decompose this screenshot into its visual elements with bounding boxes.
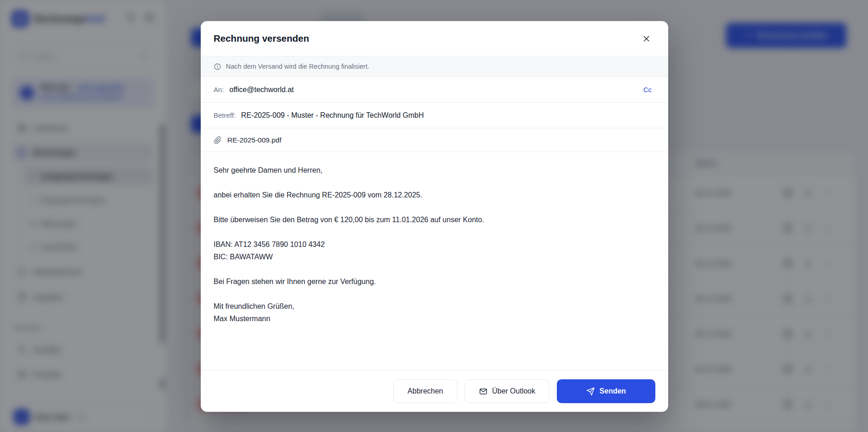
close-icon[interactable] bbox=[638, 30, 654, 47]
body-questions-line: Bei Fragen stehen wir Ihnen gerne zur Ve… bbox=[214, 275, 650, 288]
attachment-name[interactable]: RE-2025-009.pdf bbox=[227, 136, 281, 144]
subject-row[interactable]: Betreff: RE-2025-009 - Muster - Rechnung… bbox=[201, 103, 668, 128]
body-closing: Mit freundlichen Grüßen, bbox=[214, 300, 650, 312]
send-invoice-modal: Rechnung versenden Nach dem Versand wird… bbox=[201, 21, 668, 412]
envelope-icon bbox=[479, 387, 488, 396]
send-button[interactable]: Senden bbox=[557, 379, 655, 403]
modal-title: Rechnung versenden bbox=[214, 33, 309, 44]
paper-plane-icon bbox=[586, 387, 595, 396]
body-bic: BIC: BAWATAWW bbox=[214, 251, 650, 263]
info-icon bbox=[214, 63, 221, 71]
body-iban: IBAN: AT12 3456 7890 1010 4342 bbox=[214, 238, 650, 251]
body-signature: Max Mustermann bbox=[214, 312, 650, 325]
info-text: Nach dem Versand wird die Rechnung final… bbox=[226, 63, 369, 70]
cancel-button[interactable]: Abbrechen bbox=[393, 379, 457, 403]
to-label: An: bbox=[214, 86, 224, 93]
recipient-row[interactable]: An: office@techworld.at Cc bbox=[201, 77, 668, 103]
outlook-button[interactable]: Über Outlook bbox=[465, 379, 549, 403]
email-body[interactable]: Sehr geehrte Damen und Herren, anbei erh… bbox=[201, 152, 668, 370]
info-banner: Nach dem Versand wird die Rechnung final… bbox=[201, 56, 668, 77]
paperclip-icon bbox=[214, 136, 222, 144]
cc-link[interactable]: Cc bbox=[643, 86, 652, 93]
app-screen: Rechnungsheld bbox=[0, 0, 868, 432]
to-value[interactable]: office@techworld.at bbox=[230, 86, 294, 94]
body-invoice-line: anbei erhalten Sie die Rechnung RE-2025-… bbox=[214, 189, 650, 201]
attachment-row[interactable]: RE-2025-009.pdf bbox=[201, 128, 668, 152]
body-greeting: Sehr geehrte Damen und Herren, bbox=[214, 164, 650, 176]
subject-value[interactable]: RE-2025-009 - Muster - Rechnung für Tech… bbox=[241, 111, 424, 120]
body-payment-line: Bitte überweisen Sie den Betrag von € 12… bbox=[214, 213, 650, 226]
subject-label: Betreff: bbox=[214, 111, 236, 119]
modal-footer: Abbrechen Über Outlook Senden bbox=[201, 370, 668, 412]
